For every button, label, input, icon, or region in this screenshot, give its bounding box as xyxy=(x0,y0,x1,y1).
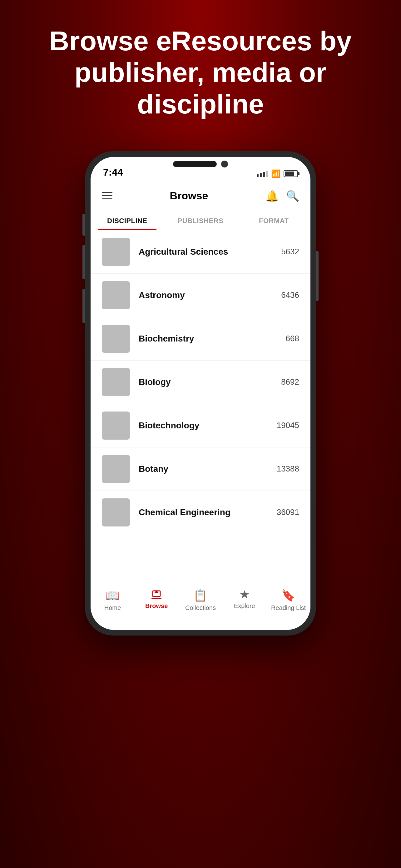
battery-icon xyxy=(283,170,298,177)
bottom-nav: 📖 Home Browse 📋 Collections xyxy=(91,583,310,630)
home-icon: 📖 xyxy=(106,589,120,602)
app-header: Browse 🔔 🔍 xyxy=(91,182,310,210)
side-button-volume-down xyxy=(82,289,85,323)
item-count: 13388 xyxy=(277,464,299,474)
page-title: Browse xyxy=(170,190,208,202)
phone-mockup: 7:44 📶 Browse 🔔 🔍 xyxy=(85,151,316,636)
nav-item-collections[interactable]: 📋 Collections xyxy=(182,589,219,612)
notch-area xyxy=(173,157,228,167)
list-item[interactable]: Biotechnology 19045 xyxy=(91,404,310,447)
status-time: 7:44 xyxy=(103,166,123,178)
item-thumbnail-chemical-engineering xyxy=(102,498,130,526)
list-item[interactable]: Biology 8692 xyxy=(91,361,310,404)
side-button-mute xyxy=(82,214,85,236)
item-label: Agricultural Sciences xyxy=(139,247,272,257)
nav-label-reading-list: Reading List xyxy=(271,604,306,612)
item-thumbnail-biology xyxy=(102,368,130,396)
status-bar: 7:44 📶 xyxy=(91,157,310,182)
nav-item-browse[interactable]: Browse xyxy=(138,589,175,610)
item-label: Botany xyxy=(139,464,268,474)
nav-label-collections: Collections xyxy=(185,604,216,612)
list-item[interactable]: Astronomy 6436 xyxy=(91,274,310,317)
nav-label-explore: Explore xyxy=(234,602,255,610)
nav-item-explore[interactable]: Explore xyxy=(226,589,263,610)
notification-button[interactable]: 🔔 xyxy=(265,190,278,202)
item-thumbnail-agricultural xyxy=(102,238,130,266)
status-icons: 📶 xyxy=(257,169,298,178)
item-label: Biology xyxy=(139,377,272,387)
wifi-icon: 📶 xyxy=(271,169,280,178)
svg-rect-0 xyxy=(152,598,162,599)
pill-indicator xyxy=(173,161,217,167)
camera-dot xyxy=(221,161,228,167)
list-item[interactable]: Agricultural Sciences 5632 xyxy=(91,230,310,274)
item-thumbnail-astronomy xyxy=(102,281,130,309)
item-label: Biotechnology xyxy=(139,421,268,431)
item-thumbnail-biotechnology xyxy=(102,411,130,440)
reading-list-icon: 🔖 xyxy=(281,589,295,602)
tab-format[interactable]: FORMAT xyxy=(237,210,310,230)
item-count: 36091 xyxy=(277,507,299,517)
item-count: 6436 xyxy=(281,290,299,300)
signal-icon xyxy=(257,170,268,177)
side-button-power xyxy=(316,251,319,301)
side-button-volume-up xyxy=(82,245,85,279)
item-thumbnail-biochemistry xyxy=(102,324,130,353)
list-item[interactable]: Biochemistry 668 xyxy=(91,317,310,361)
explore-icon xyxy=(239,589,250,600)
discipline-list: Agricultural Sciences 5632 Astronomy 643… xyxy=(91,230,310,583)
item-count: 8692 xyxy=(281,377,299,387)
collections-icon: 📋 xyxy=(193,589,207,602)
phone-screen: 7:44 📶 Browse 🔔 🔍 xyxy=(91,157,310,630)
tab-discipline[interactable]: DISCIPLINE xyxy=(91,210,164,230)
item-count: 668 xyxy=(286,334,299,343)
nav-item-reading-list[interactable]: 🔖 Reading List xyxy=(270,589,307,612)
nav-label-browse: Browse xyxy=(145,602,168,610)
menu-button[interactable] xyxy=(102,192,112,199)
item-label: Biochemistry xyxy=(139,334,277,344)
browse-icon xyxy=(151,589,162,600)
header-actions: 🔔 🔍 xyxy=(265,190,299,202)
item-label: Chemical Engineering xyxy=(139,507,268,518)
svg-point-4 xyxy=(243,593,246,596)
list-item[interactable]: Botany 13388 xyxy=(91,447,310,491)
item-count: 19045 xyxy=(277,421,299,430)
item-thumbnail-botany xyxy=(102,455,130,483)
tabs-bar: DISCIPLINE PUBLISHERS FORMAT xyxy=(91,210,310,230)
nav-label-home: Home xyxy=(104,604,121,612)
item-label: Astronomy xyxy=(139,290,272,300)
item-count: 5632 xyxy=(281,247,299,256)
nav-item-home[interactable]: 📖 Home xyxy=(94,589,131,612)
hero-title: Browse eResources by publisher, media or… xyxy=(13,25,388,120)
tab-publishers[interactable]: PUBLISHERS xyxy=(164,210,237,230)
search-button[interactable]: 🔍 xyxy=(286,190,299,202)
list-item[interactable]: Chemical Engineering 36091 xyxy=(91,491,310,534)
